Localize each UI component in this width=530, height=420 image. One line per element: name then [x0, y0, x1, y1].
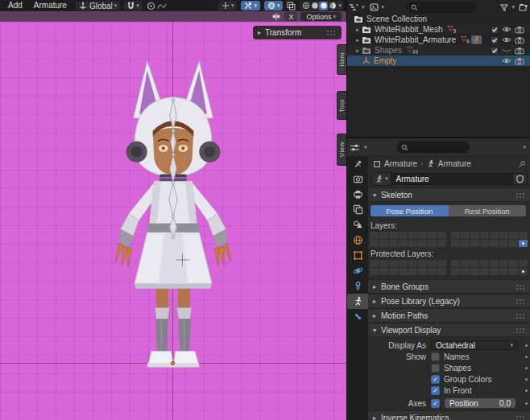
sidebar-tab-view[interactable]: View — [337, 134, 346, 166]
expand-arrow-icon[interactable]: ▸ — [354, 47, 362, 54]
tab-bone[interactable] — [347, 309, 368, 324]
layer-cell[interactable] — [437, 240, 446, 247]
layer-cell[interactable] — [418, 232, 427, 239]
layer-cell[interactable] — [519, 268, 528, 275]
layer-cell[interactable] — [461, 232, 470, 239]
filter-icon[interactable] — [500, 4, 508, 11]
layer-cell[interactable] — [389, 232, 398, 239]
checkbox-icon[interactable] — [491, 47, 499, 55]
rest-position-button[interactable]: Rest Position — [449, 205, 527, 216]
names-checkbox[interactable]: ✓ — [431, 352, 440, 361]
layer-cell[interactable] — [408, 268, 417, 275]
menu-armature[interactable]: Armature — [29, 0, 72, 11]
3d-viewport[interactable]: ♥ — [0, 22, 346, 420]
layer-cell[interactable] — [499, 268, 508, 275]
layer-cell[interactable] — [418, 240, 427, 247]
panel-skeleton[interactable]: ▾ Skeleton — [368, 187, 530, 202]
panel-drag-handle[interactable] — [516, 192, 526, 198]
layer-cell[interactable] — [470, 232, 479, 239]
layer-cell[interactable] — [408, 240, 417, 247]
panel-drag-handle[interactable] — [516, 299, 526, 304]
layer-cell[interactable] — [509, 232, 518, 239]
eye-closed-icon[interactable] — [502, 47, 511, 54]
layer-cell[interactable] — [408, 260, 417, 267]
pose-position-button[interactable]: Pose Position — [371, 205, 449, 216]
tab-object[interactable] — [347, 248, 368, 263]
panel-motion-paths[interactable]: ▸ Motion Paths — [368, 308, 530, 323]
layer-cell[interactable] — [428, 240, 437, 247]
outliner-row-whiterabbit-armature[interactable]: ▸ WhiteRabbit_Armature ▽9 — [347, 35, 530, 45]
tab-view-layer[interactable] — [347, 202, 368, 217]
options-dropdown[interactable]: Options ▾ — [300, 12, 342, 21]
menu-add[interactable]: Add — [3, 0, 27, 11]
overlays-dropdown[interactable]: ▾ — [264, 1, 284, 10]
transform-orientation-dropdown[interactable]: Global ▾ — [76, 1, 120, 10]
breadcrumb-data[interactable]: Armature — [438, 159, 471, 168]
layer-cell[interactable] — [490, 260, 499, 267]
layer-cell[interactable] — [519, 232, 528, 239]
keyframe-dot[interactable] — [525, 389, 528, 392]
layer-cell[interactable] — [480, 268, 489, 275]
layer-cell[interactable] — [451, 232, 460, 239]
layer-cell[interactable] — [428, 260, 437, 267]
layer-cell[interactable] — [461, 240, 470, 247]
layer-cell[interactable] — [379, 268, 388, 275]
keyframe-dot[interactable] — [525, 344, 528, 347]
new-collection-icon[interactable] — [519, 3, 528, 11]
display-mode-icon[interactable] — [370, 3, 379, 11]
gizmo-dropdown[interactable]: ▾ — [218, 1, 238, 10]
falloff-curve-icon[interactable] — [157, 2, 167, 10]
tab-physics[interactable] — [347, 263, 368, 278]
shading-material-icon[interactable] — [319, 2, 328, 10]
layer-cell[interactable] — [451, 268, 460, 275]
panel-drag-handle[interactable] — [327, 30, 337, 35]
pin-icon[interactable] — [518, 160, 526, 168]
breadcrumb-object[interactable]: Armature — [384, 159, 417, 168]
layer-cell[interactable] — [437, 232, 446, 239]
properties-search-input[interactable] — [397, 142, 470, 153]
sidebar-tab-tool[interactable]: Tool — [337, 91, 346, 120]
panel-drag-handle[interactable] — [516, 313, 526, 319]
panel-viewport-display[interactable]: ▾ Viewport Display — [368, 323, 530, 337]
layer-cell[interactable] — [451, 240, 460, 247]
shapes-checkbox[interactable]: ✓ — [431, 364, 440, 373]
layer-cell[interactable] — [509, 240, 518, 247]
layer-cell[interactable] — [428, 232, 437, 239]
expand-arrow-icon[interactable]: ▸ — [354, 37, 362, 43]
layer-cell[interactable] — [428, 268, 437, 275]
outliner-row-whiterabbit-mesh[interactable]: ▸ WhiteRabbit_Mesh ▽9 — [347, 24, 530, 35]
layer-cell[interactable] — [490, 232, 499, 239]
keyframe-dot[interactable] — [525, 402, 528, 405]
mirror-x-toggle[interactable]: X — [284, 12, 297, 21]
layer-cell[interactable] — [399, 268, 408, 275]
shading-rendered-icon[interactable] — [328, 2, 337, 10]
layer-cell[interactable] — [499, 240, 508, 247]
layer-cell[interactable] — [408, 232, 417, 239]
layer-cell[interactable] — [499, 232, 508, 239]
tab-output[interactable] — [347, 187, 368, 202]
xray-toggle-icon[interactable] — [287, 2, 296, 10]
tab-world[interactable] — [347, 233, 368, 248]
snap-dropdown[interactable]: ▾ — [124, 1, 143, 10]
layer-cell[interactable] — [461, 260, 470, 267]
datablock-type-dropdown[interactable]: ▾ — [371, 172, 391, 186]
tab-object-data-armature[interactable] — [347, 294, 368, 309]
layer-cell[interactable] — [399, 260, 408, 267]
layer-cell[interactable] — [470, 240, 479, 247]
layer-cell[interactable] — [470, 268, 479, 275]
layer-cell[interactable] — [499, 260, 508, 267]
layer-cell[interactable] — [370, 232, 379, 239]
layer-cell[interactable] — [389, 260, 398, 267]
tab-constraints[interactable] — [347, 278, 368, 294]
panel-bone-groups[interactable]: ▸ Bone Groups — [368, 279, 530, 294]
chevron-down-icon[interactable]: ▾ — [523, 144, 526, 150]
camera-icon[interactable] — [515, 47, 524, 55]
panel-pose-library[interactable]: ▸ Pose Library (Legacy) — [368, 294, 530, 308]
tab-scene[interactable] — [347, 217, 368, 233]
layer-cell[interactable] — [490, 268, 499, 275]
keyframe-dot[interactable] — [525, 356, 528, 358]
tab-tool[interactable] — [347, 156, 368, 171]
layer-cell[interactable] — [370, 240, 379, 247]
panel-drag-handle[interactable] — [516, 415, 526, 420]
outliner-row-empty[interactable]: Empty — [347, 56, 530, 66]
